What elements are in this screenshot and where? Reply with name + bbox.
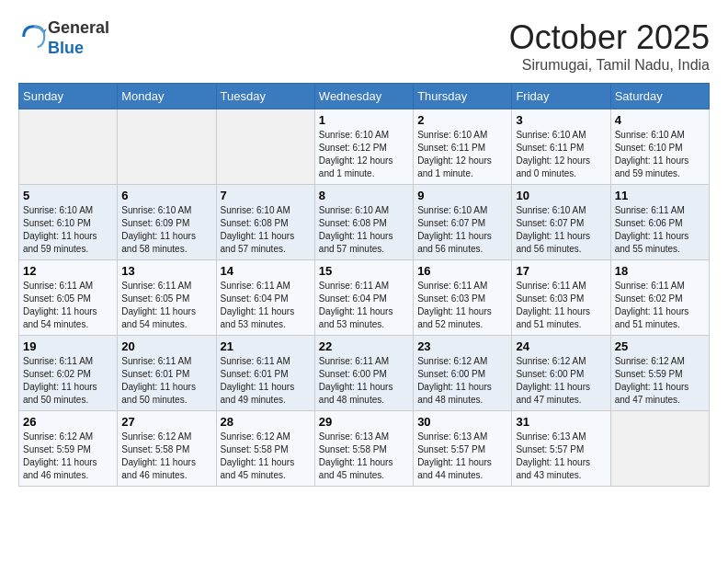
logo-icon (20, 23, 48, 51)
calendar-week-row: 5Sunrise: 6:10 AM Sunset: 6:10 PM Daylig… (19, 185, 710, 260)
day-info: Sunrise: 6:10 AM Sunset: 6:09 PM Dayligh… (121, 204, 211, 256)
day-number: 11 (615, 189, 705, 202)
day-number: 14 (221, 264, 311, 278)
calendar-cell: 8Sunrise: 6:10 AM Sunset: 6:08 PM Daylig… (314, 185, 413, 260)
calendar-cell: 24Sunrise: 6:12 AM Sunset: 6:00 PM Dayli… (512, 336, 610, 411)
day-info: Sunrise: 6:10 AM Sunset: 6:08 PM Dayligh… (319, 204, 409, 256)
day-number: 4 (615, 113, 705, 127)
day-number: 3 (516, 113, 606, 127)
day-number: 8 (319, 189, 409, 202)
day-info: Sunrise: 6:10 AM Sunset: 6:10 PM Dayligh… (23, 204, 113, 256)
day-info: Sunrise: 6:12 AM Sunset: 5:59 PM Dayligh… (23, 431, 113, 482)
calendar-cell: 11Sunrise: 6:11 AM Sunset: 6:06 PM Dayli… (610, 185, 709, 260)
weekday-header: Sunday (19, 84, 118, 109)
calendar-cell: 20Sunrise: 6:11 AM Sunset: 6:01 PM Dayli… (118, 336, 216, 411)
calendar-cell: 23Sunrise: 6:12 AM Sunset: 6:00 PM Dayli… (414, 336, 512, 411)
title-block: October 2025 Sirumugai, Tamil Nadu, Indi… (509, 18, 710, 74)
day-number: 15 (319, 264, 409, 278)
calendar-cell: 31Sunrise: 6:13 AM Sunset: 5:57 PM Dayli… (512, 411, 610, 487)
day-info: Sunrise: 6:10 AM Sunset: 6:11 PM Dayligh… (417, 129, 507, 180)
day-info: Sunrise: 6:13 AM Sunset: 5:57 PM Dayligh… (417, 431, 507, 482)
day-number: 29 (319, 415, 409, 429)
weekday-header: Friday (512, 84, 610, 109)
day-info: Sunrise: 6:11 AM Sunset: 6:04 PM Dayligh… (221, 280, 311, 331)
weekday-header: Tuesday (216, 84, 314, 109)
day-number: 31 (516, 415, 606, 429)
calendar-week-row: 19Sunrise: 6:11 AM Sunset: 6:02 PM Dayli… (19, 336, 710, 411)
location: Sirumugai, Tamil Nadu, India (509, 57, 710, 74)
calendar-cell: 2Sunrise: 6:10 AM Sunset: 6:11 PM Daylig… (414, 109, 512, 185)
logo-blue: Blue (48, 39, 84, 57)
day-number: 10 (516, 189, 606, 202)
day-number: 27 (121, 415, 211, 429)
weekday-header: Wednesday (314, 84, 413, 109)
day-number: 1 (319, 113, 409, 127)
day-number: 7 (221, 189, 311, 202)
page-header: General Blue October 2025 Sirumugai, Tam… (18, 18, 710, 74)
day-info: Sunrise: 6:11 AM Sunset: 6:00 PM Dayligh… (319, 355, 409, 407)
logo: General Blue (18, 18, 109, 58)
day-info: Sunrise: 6:11 AM Sunset: 6:05 PM Dayligh… (23, 280, 113, 331)
day-info: Sunrise: 6:12 AM Sunset: 6:00 PM Dayligh… (417, 355, 507, 407)
weekday-header-row: SundayMondayTuesdayWednesdayThursdayFrid… (19, 84, 710, 109)
day-number: 20 (121, 339, 211, 353)
day-info: Sunrise: 6:11 AM Sunset: 6:03 PM Dayligh… (417, 280, 507, 331)
day-number: 9 (417, 189, 507, 202)
calendar-cell: 5Sunrise: 6:10 AM Sunset: 6:10 PM Daylig… (19, 185, 118, 260)
logo-general: General (48, 18, 109, 37)
day-number: 24 (516, 339, 606, 353)
calendar-cell: 17Sunrise: 6:11 AM Sunset: 6:03 PM Dayli… (512, 260, 610, 336)
day-info: Sunrise: 6:10 AM Sunset: 6:10 PM Dayligh… (615, 129, 705, 180)
calendar-cell: 26Sunrise: 6:12 AM Sunset: 5:59 PM Dayli… (19, 411, 118, 487)
calendar-cell: 4Sunrise: 6:10 AM Sunset: 6:10 PM Daylig… (610, 109, 709, 185)
calendar-cell: 29Sunrise: 6:13 AM Sunset: 5:58 PM Dayli… (314, 411, 413, 487)
calendar-cell: 27Sunrise: 6:12 AM Sunset: 5:58 PM Dayli… (118, 411, 216, 487)
calendar-cell: 6Sunrise: 6:10 AM Sunset: 6:09 PM Daylig… (118, 185, 216, 260)
calendar-cell: 19Sunrise: 6:11 AM Sunset: 6:02 PM Dayli… (19, 336, 118, 411)
day-info: Sunrise: 6:10 AM Sunset: 6:11 PM Dayligh… (516, 129, 606, 180)
day-number: 5 (23, 189, 113, 202)
day-info: Sunrise: 6:11 AM Sunset: 6:01 PM Dayligh… (121, 355, 211, 407)
day-info: Sunrise: 6:13 AM Sunset: 5:58 PM Dayligh… (319, 431, 409, 482)
calendar-cell: 22Sunrise: 6:11 AM Sunset: 6:00 PM Dayli… (314, 336, 413, 411)
calendar-cell: 25Sunrise: 6:12 AM Sunset: 5:59 PM Dayli… (610, 336, 709, 411)
day-number: 18 (615, 264, 705, 278)
day-info: Sunrise: 6:12 AM Sunset: 6:00 PM Dayligh… (516, 355, 606, 407)
day-info: Sunrise: 6:11 AM Sunset: 6:03 PM Dayligh… (516, 280, 606, 331)
calendar-cell: 13Sunrise: 6:11 AM Sunset: 6:05 PM Dayli… (118, 260, 216, 336)
calendar-cell: 15Sunrise: 6:11 AM Sunset: 6:04 PM Dayli… (314, 260, 413, 336)
day-info: Sunrise: 6:11 AM Sunset: 6:06 PM Dayligh… (615, 204, 705, 256)
calendar-cell (216, 109, 314, 185)
day-number: 21 (221, 339, 311, 353)
day-number: 26 (23, 415, 113, 429)
day-info: Sunrise: 6:10 AM Sunset: 6:08 PM Dayligh… (221, 204, 311, 256)
day-info: Sunrise: 6:12 AM Sunset: 5:58 PM Dayligh… (121, 431, 211, 482)
calendar-cell (118, 109, 216, 185)
calendar-cell (19, 109, 118, 185)
calendar-cell: 7Sunrise: 6:10 AM Sunset: 6:08 PM Daylig… (216, 185, 314, 260)
calendar-cell: 28Sunrise: 6:12 AM Sunset: 5:58 PM Dayli… (216, 411, 314, 487)
weekday-header: Monday (118, 84, 216, 109)
day-info: Sunrise: 6:11 AM Sunset: 6:05 PM Dayligh… (121, 280, 211, 331)
day-info: Sunrise: 6:13 AM Sunset: 5:57 PM Dayligh… (516, 431, 606, 482)
day-info: Sunrise: 6:11 AM Sunset: 6:02 PM Dayligh… (615, 280, 705, 331)
day-number: 13 (121, 264, 211, 278)
calendar-week-row: 1Sunrise: 6:10 AM Sunset: 6:12 PM Daylig… (19, 109, 710, 185)
calendar-cell: 14Sunrise: 6:11 AM Sunset: 6:04 PM Dayli… (216, 260, 314, 336)
calendar-cell: 16Sunrise: 6:11 AM Sunset: 6:03 PM Dayli… (414, 260, 512, 336)
day-number: 12 (23, 264, 113, 278)
calendar-table: SundayMondayTuesdayWednesdayThursdayFrid… (18, 83, 710, 487)
weekday-header: Thursday (414, 84, 512, 109)
day-number: 19 (23, 339, 113, 353)
calendar-cell: 12Sunrise: 6:11 AM Sunset: 6:05 PM Dayli… (19, 260, 118, 336)
day-number: 25 (615, 339, 705, 353)
day-number: 6 (121, 189, 211, 202)
calendar-week-row: 26Sunrise: 6:12 AM Sunset: 5:59 PM Dayli… (19, 411, 710, 487)
calendar-cell: 3Sunrise: 6:10 AM Sunset: 6:11 PM Daylig… (512, 109, 610, 185)
day-number: 28 (221, 415, 311, 429)
day-info: Sunrise: 6:10 AM Sunset: 6:07 PM Dayligh… (417, 204, 507, 256)
day-info: Sunrise: 6:12 AM Sunset: 5:59 PM Dayligh… (615, 355, 705, 407)
day-info: Sunrise: 6:11 AM Sunset: 6:01 PM Dayligh… (221, 355, 311, 407)
day-number: 2 (417, 113, 507, 127)
day-number: 22 (319, 339, 409, 353)
